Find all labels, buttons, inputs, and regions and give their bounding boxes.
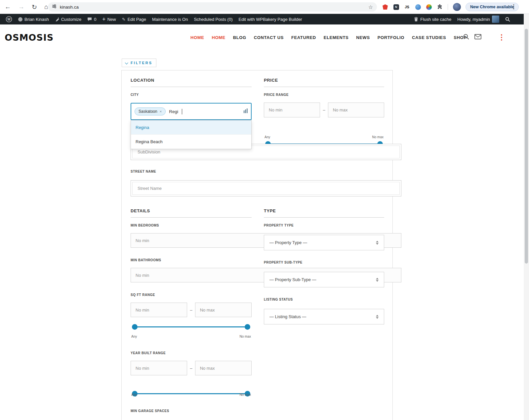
nav-case-studies[interactable]: CASE STUDIES — [412, 35, 446, 40]
property-subtype-label: PROPERTY SUB-TYPE — [264, 261, 384, 264]
filters-panel: LOCATION CITY Saskatoon × Regi Regina Re… — [121, 70, 393, 420]
city-multiselect[interactable]: Saskatoon × Regi — [131, 103, 252, 120]
site-logo[interactable]: OSMOSIS — [5, 32, 54, 43]
details-heading: DETAILS — [131, 208, 252, 218]
header-menu-dots-icon[interactable]: ⋮ — [498, 34, 505, 41]
street-name-input[interactable] — [131, 180, 401, 196]
slider-handle-min[interactable] — [132, 324, 138, 330]
site-favicon-icon — [18, 17, 22, 21]
admin-maintenance[interactable]: Maintenance is On — [149, 14, 191, 24]
admin-scheduled-posts[interactable]: Scheduled Posts (0) — [191, 14, 235, 24]
listing-status-label: LISTING STATUS — [264, 298, 384, 301]
type-heading: TYPE — [264, 208, 384, 218]
city-option-regina-beach[interactable]: Regina Beach — [131, 135, 251, 149]
admin-customize[interactable]: Customize — [52, 14, 84, 24]
sqft-range-label: SQ FT RANGE — [131, 293, 252, 297]
home-icon[interactable]: ⌂ — [44, 3, 48, 11]
extension-icons: N JS — [382, 2, 461, 12]
listing-status-select[interactable]: — Listing Status — — [264, 309, 384, 324]
browser-toolbar: ← → ↻ ⌂ kinash.ca ☆ N JS New Chrome avai… — [0, 0, 529, 14]
back-icon[interactable]: ← — [5, 3, 11, 11]
range-separator: – — [190, 308, 192, 313]
trash-icon — [414, 17, 418, 21]
property-subtype-select[interactable]: — Property Sub-Type — — [264, 272, 384, 287]
nav-contact-us[interactable]: CONTACT US — [254, 35, 284, 40]
property-type-label: PROPERTY TYPE — [264, 224, 384, 227]
comment-bubble-icon — [87, 17, 92, 21]
slider-handle-max[interactable] — [245, 324, 250, 330]
admin-avatar — [492, 16, 499, 23]
profile-avatar[interactable] — [453, 3, 461, 11]
admin-comments[interactable]: 0 — [84, 14, 99, 24]
address-bar[interactable]: kinash.ca ☆ — [48, 2, 377, 12]
property-type-select[interactable]: — Property Type — — [264, 235, 384, 250]
toolbar-separator — [448, 4, 448, 10]
city-option-regina[interactable]: Regina — [131, 120, 251, 135]
nav-portfolio[interactable]: PORTFOLIO — [378, 35, 404, 40]
price-heading: PRICE — [264, 78, 384, 87]
chrome-menu-icon[interactable]: ⋮ — [511, 3, 516, 10]
range-separator: – — [323, 107, 325, 112]
nav-home-2[interactable]: HOME — [212, 35, 225, 40]
price-slider-labels: Any No max — [264, 135, 384, 139]
min-bedrooms-label: MIN BEDROOMS — [131, 224, 252, 227]
admin-new[interactable]: + New — [99, 14, 119, 24]
header-mail-icon[interactable] — [474, 34, 481, 41]
wp-admin-bar: W Brian Kinash Customize 0 + New ✎ Edit … — [0, 14, 529, 24]
text-caret — [182, 109, 183, 114]
sqft-min-input[interactable] — [131, 303, 187, 317]
extension-icon-multicolor[interactable] — [426, 4, 432, 10]
city-typed-text: Regi — [169, 109, 178, 114]
admin-flush-cache[interactable]: Flush site cache — [411, 14, 454, 24]
year-min-input[interactable] — [131, 361, 187, 375]
plus-icon: + — [102, 17, 105, 22]
url-text[interactable]: kinash.ca — [60, 5, 368, 10]
site-info-icon[interactable] — [52, 4, 57, 10]
main-nav: HOME HOME BLOG CONTACT US FEATURED ELEME… — [190, 24, 467, 50]
sqft-slider — [131, 323, 252, 331]
extension-icon-blue[interactable] — [415, 4, 421, 10]
city-chip-saskatoon[interactable]: Saskatoon × — [135, 107, 166, 115]
pencil-icon: ✎ — [122, 17, 126, 22]
price-max-input[interactable] — [328, 103, 384, 117]
header-search-icon[interactable] — [463, 34, 469, 41]
admin-search-icon[interactable] — [502, 14, 513, 24]
extension-icon-dark[interactable]: N — [393, 4, 399, 10]
scrollbar-thumb[interactable] — [525, 29, 528, 264]
min-bathrooms-label: MIN BATHROOMS — [131, 258, 252, 262]
svg-text:W: W — [7, 18, 11, 21]
admin-edit-page[interactable]: ✎ Edit Page — [119, 14, 149, 24]
forward-icon[interactable]: → — [18, 3, 24, 11]
scrollbar[interactable] — [524, 14, 529, 420]
brush-icon — [55, 17, 59, 21]
price-range-label: PRICE RANGE — [264, 93, 384, 97]
chip-remove-icon[interactable]: × — [160, 109, 162, 113]
nav-featured[interactable]: FEATURED — [291, 35, 316, 40]
sqft-max-input[interactable] — [195, 303, 252, 317]
reload-icon[interactable]: ↻ — [32, 3, 37, 11]
wp-logo-icon[interactable]: W — [3, 14, 15, 24]
filters-toggle-button[interactable]: FILTERS — [122, 59, 156, 67]
location-heading: LOCATION — [131, 78, 252, 87]
select-arrows-icon — [376, 278, 379, 282]
site-header: OSMOSIS HOME HOME BLOG CONTACT US FEATUR… — [0, 24, 529, 50]
nav-news[interactable]: NEWS — [356, 35, 370, 40]
admin-site-menu[interactable]: Brian Kinash — [15, 14, 52, 24]
year-built-inputs: – — [131, 361, 252, 375]
extension-icon-js[interactable]: JS — [404, 4, 410, 10]
price-range-inputs: – — [264, 103, 384, 117]
year-built-label: YEAR BUILT RANGE — [131, 351, 252, 355]
nav-home-1[interactable]: HOME — [190, 35, 204, 40]
city-label: CITY — [131, 93, 252, 97]
extension-icon-red[interactable] — [382, 4, 388, 10]
admin-wpbakery[interactable]: Edit with WPBakery Page Builder — [236, 14, 305, 24]
nav-blog[interactable]: BLOG — [233, 35, 246, 40]
slider-track[interactable] — [135, 326, 248, 327]
extensions-puzzle-icon[interactable] — [437, 4, 443, 10]
admin-howdy[interactable]: Howdy, myadmin — [454, 14, 502, 24]
nav-elements[interactable]: ELEMENTS — [324, 35, 349, 40]
year-slider-labels: Any No max — [131, 393, 252, 397]
price-min-input[interactable] — [264, 103, 320, 117]
bookmark-star-icon[interactable]: ☆ — [368, 4, 373, 10]
year-max-input[interactable] — [195, 361, 252, 375]
